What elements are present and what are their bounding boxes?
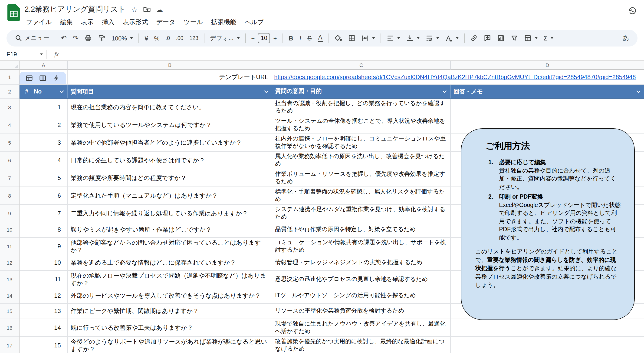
cell-no[interactable]: 10 [20, 255, 68, 271]
cell-memo[interactable] [451, 319, 644, 337]
cell-intent[interactable]: 属人化や業務効率低下の原因を洗い出し、改善機会を見つけるため [272, 152, 451, 169]
cell-question[interactable]: 二重入力や同じ情報を繰り返し処理している作業はありますか？ [68, 205, 272, 222]
cell-no[interactable]: 13 [20, 304, 68, 319]
functions-button[interactable]: Σ [540, 32, 556, 45]
row-header[interactable]: 1 [0, 70, 20, 85]
cloud-status-icon[interactable]: ☁ [156, 6, 163, 13]
cell-no[interactable]: 9 [20, 238, 68, 255]
cell-intent[interactable]: 担当者の認識・役割を把握し、どの業務を行っているかを確認するため [272, 99, 451, 116]
cell-question[interactable]: 定型化された手順（マニュアルなど）はありますか？ [68, 187, 272, 205]
cell-no[interactable]: 15 [20, 337, 68, 353]
font-select[interactable]: デフォ... [207, 32, 242, 45]
cell-intent[interactable]: 品質低下や再作業の原因を特定し、対策を立てるため [272, 222, 451, 238]
cell-a1[interactable] [20, 70, 68, 85]
percent-format-button[interactable]: % [151, 32, 162, 45]
cell-memo[interactable] [451, 99, 644, 116]
sheet-view-icon[interactable] [39, 74, 46, 82]
menu-insert[interactable]: 挿入 [98, 17, 119, 28]
cell-question[interactable]: 日常的に発生している課題や不便さは何ですか？ [68, 152, 272, 169]
cell-memo[interactable] [451, 337, 644, 353]
usage-note-callout[interactable]: ご利用方法 1. 必要に応じて編集 貴社独自の業務や目的に合わせて、列の追加・修… [461, 128, 635, 320]
header-cell-no[interactable]: # No [20, 85, 68, 99]
chevron-down-icon[interactable] [636, 90, 641, 93]
menu-view[interactable]: 表示 [77, 17, 98, 28]
table-view-tab[interactable] [20, 72, 66, 84]
bolt-icon[interactable] [53, 74, 60, 82]
row-header[interactable]: 3 [0, 99, 20, 116]
row-header[interactable]: 15 [0, 304, 20, 319]
header-cell-question[interactable]: 質問項目 [68, 85, 272, 99]
cell-intent[interactable]: 作業ボリューム・リソースを把握し、優先度や改善効果を推定するため [272, 169, 451, 187]
cell-intent[interactable]: コミュニケーションや情報共有の課題を洗い出し、サポートを検討するため [272, 238, 451, 255]
cell-c1[interactable]: https://docs.google.com/spreadsheets/d/1… [272, 70, 644, 85]
cell-question[interactable]: 業務の中で他部署や他担当者とどのように連携していますか？ [68, 134, 272, 152]
cell-intent[interactable]: リソースの平準化や業務負荷分散を検討するため [272, 304, 451, 319]
column-header-c[interactable]: C [272, 61, 451, 70]
cell-no[interactable]: 8 [20, 222, 68, 238]
header-cell-intent[interactable]: 質問の意図・目的 [272, 85, 451, 99]
cell-no[interactable]: 4 [20, 152, 68, 169]
cell-question[interactable]: 他部署や顧客などからの問い合わせ対応で困っていることはありますか？ [68, 238, 272, 255]
cell-intent[interactable]: 情報管理・ナレッジマネジメントの実態を把握するため [272, 255, 451, 271]
merge-cells-button[interactable] [358, 32, 378, 45]
menu-file[interactable]: ファイル [22, 17, 56, 28]
menu-help[interactable]: ヘルプ [240, 17, 268, 28]
row-header[interactable]: 12 [0, 255, 20, 271]
cell-intent[interactable]: システム連携不足やムダな重複作業を見つけ、効率化を検討するため [272, 205, 451, 222]
undo-button[interactable]: ↶ [58, 32, 70, 45]
row-header[interactable]: 4 [0, 116, 20, 134]
row-header[interactable]: 2 [0, 85, 20, 99]
cell-no[interactable]: 7 [20, 205, 68, 222]
zoom-select[interactable]: 100% [109, 32, 136, 45]
cell-question[interactable]: 誤りやミスが起きやすい箇所・作業はどこですか？ [68, 222, 272, 238]
menu-tools[interactable]: ツール [180, 17, 207, 28]
cell-no[interactable]: 12 [20, 288, 68, 304]
currency-format-button[interactable]: ¥ [142, 32, 151, 45]
text-wrap-button[interactable] [422, 32, 442, 45]
cell-question[interactable]: 外部のサービスやツールを導入して改善できそうな点はありますか？ [68, 288, 272, 304]
text-rotation-button[interactable] [442, 32, 461, 45]
vertical-align-button[interactable] [403, 32, 422, 45]
redo-button[interactable]: ↷ [70, 32, 81, 45]
menu-extensions[interactable]: 拡張機能 [207, 17, 240, 28]
grid-view-icon[interactable] [25, 74, 33, 82]
fill-color-button[interactable] [332, 32, 344, 45]
chevron-down-icon[interactable] [264, 90, 268, 93]
name-box[interactable]: F19 [6, 51, 46, 58]
cell-question[interactable]: 作業にピークや繁忙期、閑散期はありますか？ [68, 304, 272, 319]
menu-edit[interactable]: 編集 [56, 17, 77, 28]
column-header-d[interactable]: D [451, 61, 644, 70]
chevron-down-icon[interactable] [60, 90, 64, 93]
insert-comment-button[interactable] [481, 32, 494, 45]
version-history-icon[interactable] [627, 6, 636, 17]
row-header[interactable]: 6 [0, 152, 20, 169]
font-size-input[interactable]: 10 [258, 33, 270, 43]
cell-no[interactable]: 5 [20, 169, 68, 187]
column-header-a[interactable]: A [20, 61, 68, 70]
create-filter-button[interactable] [508, 32, 521, 45]
cell-intent[interactable]: 現場で独自に生まれたノウハウ・改善アイデアを共有し、最適化へ活かすため [272, 319, 451, 337]
menu-format[interactable]: 表示形式 [119, 17, 152, 28]
insert-link-button[interactable] [467, 32, 480, 45]
cell-question[interactable]: 業務の頻度や所要時間はどの程度ですか？ [68, 169, 272, 187]
row-header[interactable]: 5 [0, 134, 20, 152]
row-header[interactable]: 9 [0, 205, 20, 222]
cell-no[interactable]: 11 [20, 271, 68, 288]
print-button[interactable] [82, 32, 95, 45]
more-formats-button[interactable]: 123 [186, 32, 201, 45]
cell-no[interactable]: 14 [20, 319, 68, 337]
cell-no[interactable]: 6 [20, 187, 68, 205]
cell-no[interactable]: 3 [20, 134, 68, 152]
template-url-link[interactable]: https://docs.google.com/spreadsheets/d/1… [274, 74, 636, 81]
input-tools-button[interactable]: あ [620, 32, 632, 45]
move-to-folder-icon[interactable] [143, 6, 150, 13]
increase-font-size-button[interactable]: + [271, 32, 280, 45]
cell-question[interactable]: 現在の担当業務の内容を簡単に教えてください。 [68, 99, 272, 116]
cell-question[interactable]: 業務で使用しているツールやシステムは何ですか？ [68, 116, 272, 134]
table-views-button[interactable] [521, 32, 540, 45]
star-icon[interactable]: ☆ [131, 6, 138, 13]
row-header[interactable]: 16 [0, 319, 20, 337]
column-header-b[interactable]: B [68, 61, 272, 70]
row-header[interactable]: 13 [0, 271, 20, 288]
row-header[interactable]: 11 [0, 238, 20, 255]
